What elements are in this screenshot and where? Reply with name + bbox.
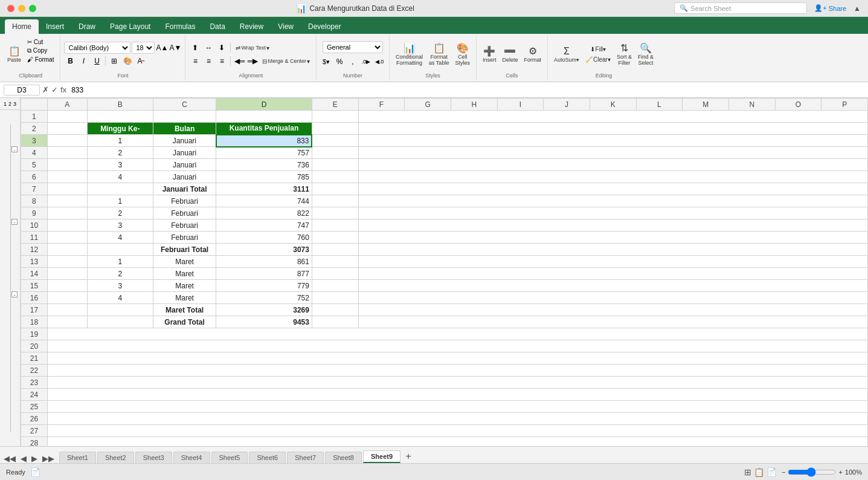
row-header-14[interactable]: 14 <box>21 268 48 280</box>
cell-e2[interactable] <box>312 123 358 135</box>
percent-button[interactable]: % <box>333 56 346 68</box>
col-header-h[interactable]: H <box>451 99 497 111</box>
cell-b8[interactable]: 1 <box>87 195 153 207</box>
cell-c2[interactable]: Bulan <box>153 123 216 135</box>
cell-b6[interactable]: 4 <box>87 171 153 183</box>
sheet-tab-sheet1[interactable]: Sheet1 <box>59 452 96 463</box>
col-header-g[interactable]: G <box>405 99 451 111</box>
font-color-button[interactable]: A━ <box>135 55 147 67</box>
cell-d18[interactable]: 9453 <box>216 316 312 328</box>
cell-d14[interactable]: 877 <box>216 268 312 280</box>
cell-b14[interactable]: 2 <box>87 268 153 280</box>
zoom-slider[interactable] <box>788 467 836 477</box>
font-family-select[interactable]: Calibri (Body) <box>64 42 130 54</box>
col-header-i[interactable]: I <box>497 99 544 111</box>
row-header-4[interactable]: 4 <box>21 147 48 159</box>
row-header-7[interactable]: 7 <box>21 183 48 195</box>
cell-b3[interactable]: 1 <box>87 135 153 147</box>
increase-font-button[interactable]: A▲ <box>156 42 168 54</box>
cell-c5[interactable]: Januari <box>153 159 216 171</box>
tab-view[interactable]: View <box>271 19 301 34</box>
col-header-c[interactable]: C <box>153 99 216 111</box>
cell-d2[interactable]: Kuantitas Penjualan <box>216 123 312 135</box>
cell-b15[interactable]: 3 <box>87 280 153 292</box>
cell-d6[interactable]: 785 <box>216 171 312 183</box>
merge-center-button[interactable]: ⊟ Merge & Center ▾ <box>260 57 312 66</box>
formula-input[interactable] <box>69 85 864 95</box>
cell-c16[interactable]: Maret <box>153 292 216 304</box>
autosum-button[interactable]: Σ AutoSum▾ <box>551 38 582 71</box>
comma-button[interactable]: , <box>347 56 359 68</box>
outline-level-2[interactable]: 2 <box>8 101 11 107</box>
sheet-nav-prev[interactable]: ◀ <box>21 454 27 463</box>
row-header-3[interactable]: 3 <box>21 135 48 147</box>
align-center-button[interactable]: ≡ <box>202 55 214 67</box>
sheet-nav-right[interactable]: ▶▶ <box>42 454 54 463</box>
collapse-ribbon-icon[interactable]: ▲ <box>854 4 861 13</box>
paste-button[interactable]: 📋 Paste <box>5 38 24 71</box>
cell-c12[interactable]: Februari Total <box>153 244 216 256</box>
decrease-font-button[interactable]: A▼ <box>169 42 181 54</box>
row-header-1[interactable]: 1 <box>21 111 48 123</box>
format-painter-button[interactable]: 🖌 Format <box>25 56 56 63</box>
zoom-in-icon[interactable]: + <box>838 469 842 476</box>
add-sheet-button[interactable]: + <box>402 450 415 463</box>
number-format-select[interactable]: General <box>323 41 383 53</box>
outline-level-1[interactable]: 1 <box>4 101 7 107</box>
clear-button[interactable]: 🧹 Clear▾ <box>583 55 613 64</box>
cell-d16[interactable]: 752 <box>216 292 312 304</box>
format-cells-button[interactable]: ⚙ Format <box>521 38 544 71</box>
cell-a3[interactable] <box>47 135 87 147</box>
italic-button[interactable]: I <box>77 55 89 67</box>
fill-button[interactable]: ⬇ Fill▾ <box>583 45 613 54</box>
sheet-tab-sheet4[interactable]: Sheet4 <box>173 452 210 463</box>
cell-b13[interactable]: 1 <box>87 256 153 268</box>
cell-c7[interactable]: Januari Total <box>153 183 216 195</box>
cell-reference-input[interactable] <box>4 85 40 96</box>
col-header-m[interactable]: M <box>683 99 729 111</box>
currency-button[interactable]: $▾ <box>320 56 332 68</box>
bold-button[interactable]: B <box>64 55 76 67</box>
cell-d5[interactable]: 736 <box>216 159 312 171</box>
borders-button[interactable]: ⊞ <box>108 55 120 67</box>
sheet-nav-next[interactable]: ▶ <box>31 454 37 463</box>
normal-view-icon[interactable]: ⊞ <box>744 467 751 477</box>
outline-level-3[interactable]: 3 <box>13 101 16 107</box>
tab-data[interactable]: Data <box>202 19 232 34</box>
cell-d7[interactable]: 3111 <box>216 183 312 195</box>
cell-c14[interactable]: Maret <box>153 268 216 280</box>
cell-d1[interactable] <box>216 111 312 123</box>
row-header-2[interactable]: 2 <box>21 123 48 135</box>
col-header-p[interactable]: P <box>821 99 868 111</box>
cell-b7[interactable] <box>87 183 153 195</box>
col-header-f[interactable]: F <box>358 99 405 111</box>
cell-e3[interactable] <box>312 135 358 147</box>
col-header-o[interactable]: O <box>775 99 821 111</box>
formula-confirm-icon[interactable]: ✓ <box>51 85 58 94</box>
row-header-9[interactable]: 9 <box>21 207 48 219</box>
cell-c4[interactable]: Januari <box>153 147 216 159</box>
row-header-17[interactable]: 17 <box>21 304 48 316</box>
row-header-16[interactable]: 16 <box>21 292 48 304</box>
cell-b11[interactable]: 4 <box>87 232 153 244</box>
sheet-nav-left[interactable]: ◀◀ <box>4 454 16 463</box>
row-header-12[interactable]: 12 <box>21 244 48 256</box>
sheet-tab-sheet7[interactable]: Sheet7 <box>287 452 324 463</box>
font-size-select[interactable]: 18 <box>132 42 155 54</box>
cell-a2[interactable] <box>47 123 87 135</box>
col-header-a[interactable]: A <box>47 99 87 111</box>
page-layout-view-icon[interactable]: 📋 <box>754 467 764 477</box>
cell-c9[interactable]: Februari <box>153 207 216 219</box>
cell-c13[interactable]: Maret <box>153 256 216 268</box>
underline-button[interactable]: U <box>91 55 103 67</box>
collapse-mar-button[interactable]: - <box>11 291 18 297</box>
cell-b17[interactable] <box>87 304 153 316</box>
sort-filter-button[interactable]: ⇅ Sort &Filter <box>614 38 634 71</box>
cell-d12[interactable]: 3073 <box>216 244 312 256</box>
close-button[interactable] <box>7 5 14 12</box>
sheet-tab-sheet6[interactable]: Sheet6 <box>249 452 286 463</box>
cell-c10[interactable]: Februari <box>153 219 216 232</box>
cell-b2[interactable]: Minggu Ke- <box>87 123 153 135</box>
cell-d8[interactable]: 744 <box>216 195 312 207</box>
cell-d11[interactable]: 760 <box>216 232 312 244</box>
